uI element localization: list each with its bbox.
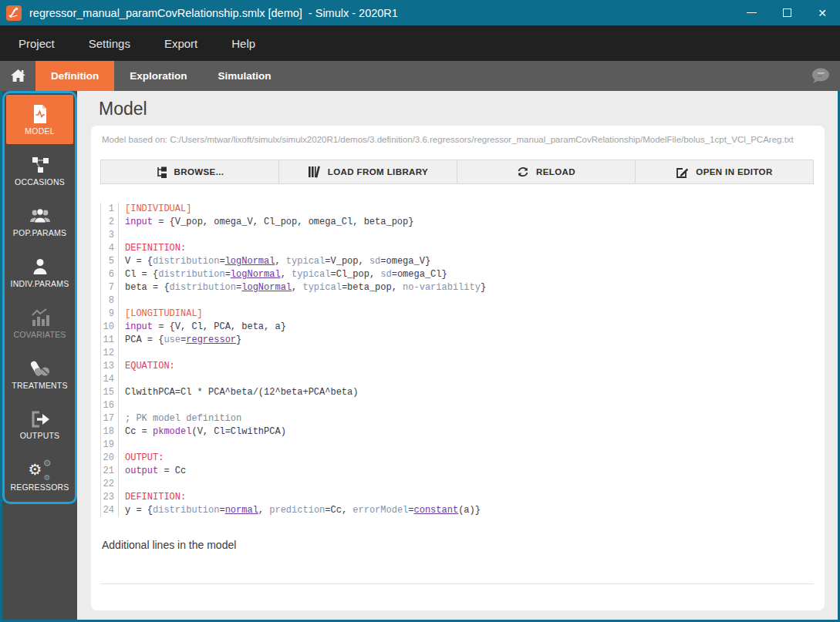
line-number: 20	[100, 452, 119, 465]
line-number: 21	[100, 465, 119, 478]
sidebar-item-pop-params[interactable]: POP.PARAMS	[6, 197, 73, 246]
browse-button-label: BROWSE...	[174, 167, 224, 177]
sidebar-item-treatments[interactable]: TREATMENTS	[6, 349, 73, 398]
code-line: 11PCA = {use=regressor}	[100, 334, 814, 347]
menu-project[interactable]: Project	[19, 37, 55, 50]
model-file-icon	[31, 104, 49, 124]
code-text: [INDIVIDUAL]	[119, 203, 191, 216]
code-text: beta = {distribution=logNormal, typical=…	[119, 281, 486, 294]
menu-bar: Project Settings Export Help	[0, 25, 840, 61]
close-button[interactable]: ✕	[805, 0, 840, 25]
tab-simulation[interactable]: Simulation	[203, 61, 287, 91]
load-from-library-button[interactable]: LOAD FROM LIBRARY	[278, 160, 457, 184]
sidebar-item-label: INDIV.PARAMS	[11, 279, 69, 288]
line-number: 23	[100, 491, 119, 504]
code-line: 5V = {distribution=logNormal, typical=V_…	[100, 255, 814, 268]
line-number: 14	[100, 373, 119, 386]
open-in-editor-button-label: OPEN IN EDITOR	[696, 167, 772, 177]
line-number: 4	[100, 242, 119, 255]
code-line: 24y = {distribution=normal, prediction=C…	[100, 504, 814, 517]
window-title: regressor_manual_paramCovRelationship.sm…	[29, 7, 398, 19]
line-number: 10	[100, 321, 119, 334]
home-button[interactable]	[0, 61, 35, 91]
sidebar-item-label: POP.PARAMS	[13, 228, 66, 237]
tab-exploration[interactable]: Exploration	[114, 61, 202, 91]
code-line: 16	[100, 399, 814, 412]
tab-exploration-label: Exploration	[130, 70, 187, 82]
code-line: 1[INDIVIDUAL]	[100, 203, 814, 216]
menu-settings[interactable]: Settings	[89, 37, 130, 50]
content-area: MODEL OCCASIONS	[0, 91, 840, 622]
code-text: PCA = {use=regressor}	[119, 334, 241, 347]
sidebar: MODEL OCCASIONS	[2, 91, 77, 620]
tab-definition-label: Definition	[51, 70, 99, 82]
app-window: regressor_manual_paramCovRelationship.sm…	[0, 0, 840, 622]
code-line: 14	[100, 373, 814, 386]
code-text	[119, 399, 130, 412]
line-number: 7	[100, 281, 119, 294]
code-text	[119, 373, 130, 386]
code-line: 22	[100, 478, 814, 491]
code-line: 20OUTPUT:	[100, 452, 814, 465]
sidebar-item-outputs[interactable]: OUTPUTS	[6, 400, 73, 449]
sidebar-item-covariates[interactable]: COVARIATES	[6, 298, 73, 348]
code-line: 10input = {V, Cl, PCA, beta, a}	[100, 321, 814, 334]
line-number: 19	[100, 439, 119, 452]
line-number: 17	[100, 412, 119, 425]
reload-circular-arrows-icon	[517, 166, 529, 178]
browse-button[interactable]: BROWSE...	[100, 160, 279, 184]
code-text: ClwithPCA=Cl * PCA^beta/(12^beta+PCA^bet…	[119, 386, 358, 399]
page-title: Model	[99, 99, 825, 119]
sidebar-item-label: OCCASIONS	[15, 177, 65, 187]
reload-button[interactable]: RELOAD	[457, 160, 636, 184]
code-line: 6Cl = {distribution=logNormal, typical=C…	[100, 268, 814, 281]
feedback-button[interactable]	[809, 67, 831, 86]
close-icon: ✕	[818, 8, 827, 18]
code-line: 19	[100, 439, 814, 452]
code-line: 23DEFINITION:	[100, 491, 814, 504]
browse-tree-icon	[156, 166, 167, 179]
sidebar-item-label: MODEL	[25, 126, 54, 136]
code-text: Cc = pkmodel(V, Cl=ClwithPCA)	[119, 425, 286, 439]
minimize-button[interactable]	[734, 0, 769, 25]
sidebar-item-label: OUTPUTS	[20, 431, 60, 440]
edit-pencil-square-icon	[676, 166, 689, 179]
code-text: ; PK model definition	[119, 412, 241, 425]
minimize-icon	[747, 12, 757, 13]
line-number: 22	[100, 478, 119, 491]
model-path-text: Model based on: C:/Users/mtwar/lixoft/si…	[102, 135, 814, 144]
code-text: Cl = {distribution=logNormal, typical=Cl…	[119, 268, 447, 281]
menu-help[interactable]: Help	[231, 37, 255, 50]
code-text: input = {V, Cl, PCA, beta, a}	[119, 321, 286, 334]
code-text	[119, 478, 130, 491]
code-text: [LONGITUDINAL]	[119, 308, 203, 321]
line-number: 5	[100, 255, 119, 268]
code-text	[119, 439, 130, 452]
tab-definition[interactable]: Definition	[35, 61, 114, 91]
code-line: 21output = Cc	[100, 465, 814, 478]
sidebar-item-label: TREATMENTS	[12, 381, 67, 390]
covariates-chart-icon	[30, 308, 50, 328]
line-number: 24	[100, 504, 119, 517]
line-number: 11	[100, 334, 119, 347]
open-in-editor-button[interactable]: OPEN IN EDITOR	[635, 160, 814, 184]
code-editor[interactable]: 1[INDIVIDUAL]2input = {V_pop, omega_V, C…	[100, 203, 814, 517]
line-number: 2	[100, 216, 119, 229]
window-controls: ✕	[734, 0, 840, 25]
maximize-button[interactable]	[769, 0, 805, 25]
code-line: 9[LONGITUDINAL]	[100, 308, 814, 321]
menu-export[interactable]: Export	[164, 37, 197, 50]
line-number: 6	[100, 268, 119, 281]
code-line: 13EQUATION:	[100, 360, 814, 373]
additional-lines-label: Additional lines in the model	[102, 539, 814, 551]
sidebar-item-regressors[interactable]: ⚙ ⚙ ⚙ REGRESSORS	[6, 451, 73, 500]
line-number: 16	[100, 399, 119, 412]
tab-bar: Definition Exploration Simulation	[0, 61, 840, 91]
sidebar-item-indiv-params[interactable]: INDIV.PARAMS	[6, 247, 73, 297]
sidebar-item-occasions[interactable]: OCCASIONS	[6, 146, 73, 195]
sidebar-item-model[interactable]: MODEL	[6, 95, 73, 144]
maximize-icon	[783, 8, 791, 17]
speech-bubble-icon	[809, 67, 831, 86]
sidebar-item-label: COVARIATES	[13, 330, 66, 339]
line-number: 12	[100, 347, 119, 360]
